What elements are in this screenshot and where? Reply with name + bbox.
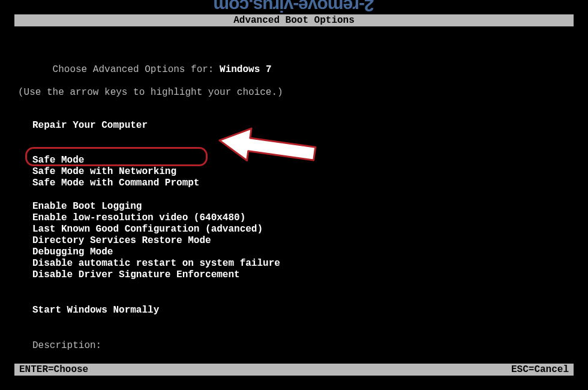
hint-line: (Use the arrow keys to highlight your ch… <box>18 87 574 98</box>
option-last-known-good[interactable]: Last Known Good Configuration (advanced) <box>32 224 574 235</box>
option-disable-auto-restart[interactable]: Disable automatic restart on system fail… <box>32 258 574 269</box>
option-disable-driver-sig[interactable]: Disable Driver Signature Enforcement <box>32 269 574 281</box>
option-group-advanced: Enable Boot Logging Enable low-resolutio… <box>18 201 574 281</box>
footer-esc: ESC=Cancel <box>511 364 569 375</box>
option-group-safemode: Safe Mode Safe Mode with Networking Safe… <box>18 155 574 189</box>
option-debugging-mode[interactable]: Debugging Mode <box>32 247 574 258</box>
watermark-text: 2-remove-virus.com <box>214 0 374 16</box>
option-low-res-video[interactable]: Enable low-resolution video (640x480) <box>32 212 574 224</box>
option-ds-restore-mode[interactable]: Directory Services Restore Mode <box>32 235 574 247</box>
option-boot-logging[interactable]: Enable Boot Logging <box>32 201 574 212</box>
option-safe-mode-cmd[interactable]: Safe Mode with Command Prompt <box>32 178 574 189</box>
option-safe-mode-networking[interactable]: Safe Mode with Networking <box>32 166 574 178</box>
intro-line: Choose Advanced Options for: Windows 7 <box>18 53 574 87</box>
intro-prefix: Choose Advanced Options for: <box>53 64 220 75</box>
title-text: Advanced Boot Options <box>233 15 355 26</box>
option-safe-mode[interactable]: Safe Mode <box>32 155 574 166</box>
footer-enter: ENTER=Choose <box>19 364 88 375</box>
option-group-normal: Start Windows Normally <box>18 305 574 316</box>
option-start-normally[interactable]: Start Windows Normally <box>32 305 574 316</box>
content-area: Choose Advanced Options for: Windows 7 (… <box>14 26 574 390</box>
option-repair[interactable]: Repair Your Computer <box>18 120 574 131</box>
title-bar: Advanced Boot Options <box>14 14 574 26</box>
os-name: Windows 7 <box>220 64 271 75</box>
boot-screen-frame: Advanced Boot Options Choose Advanced Op… <box>14 14 574 376</box>
footer-bar: ENTER=Choose ESC=Cancel <box>14 364 574 376</box>
